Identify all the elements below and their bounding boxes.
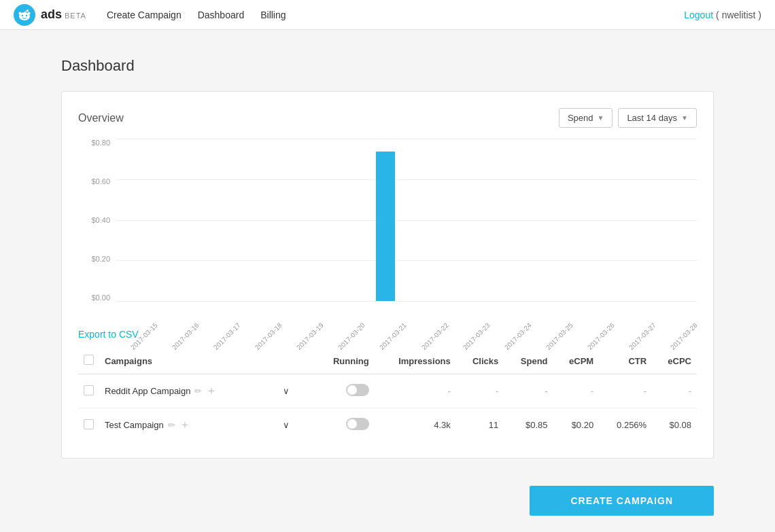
svg-point-7 [27, 10, 29, 12]
th-running: Running [313, 348, 374, 374]
add-icon[interactable]: ＋ [206, 384, 217, 398]
ecpc-cell: - [652, 374, 697, 408]
ecpm-value: $0.20 [572, 420, 594, 430]
username-label: ( nwelitist ) [716, 10, 761, 20]
page-title: Dashboard [61, 57, 714, 75]
row-checkbox-cell [78, 408, 99, 442]
ctr-cell: 0.256% [599, 408, 652, 442]
navbar: reddit ads BETA Create Campaign Dashboar… [0, 0, 775, 30]
spend-cell: $0.85 [504, 408, 553, 442]
ecpc-value: $0.08 [669, 420, 691, 430]
metric-select[interactable]: Spend ▼ [559, 108, 613, 128]
x-axis-label: 2017-03-17 [212, 321, 242, 351]
th-campaigns: Campaigns [99, 348, 259, 374]
running-toggle[interactable] [346, 418, 369, 430]
x-label-wrap: 2017-03-22 [407, 302, 448, 329]
bottom-bar: CREATE CAMPAIGN [61, 472, 714, 529]
x-axis-label: 2017-03-28 [669, 321, 699, 351]
nav-create-campaign[interactable]: Create Campaign [107, 10, 182, 20]
ecpm-cell: - [553, 374, 600, 408]
y-label-3: $0.20 [91, 255, 110, 263]
ctr-cell: - [599, 374, 652, 408]
create-campaign-button[interactable]: CREATE CAMPAIGN [530, 486, 714, 516]
ecpm-value: - [591, 386, 593, 396]
x-label-wrap: 2017-03-28 [655, 302, 697, 329]
campaign-name-text: Test Campaign [105, 420, 164, 430]
row-checkbox[interactable] [84, 419, 94, 429]
svg-point-2 [22, 14, 23, 16]
nav-billing[interactable]: Billing [260, 10, 286, 20]
running-toggle[interactable] [346, 384, 369, 396]
clicks-cell: 11 [456, 408, 504, 442]
th-ecpm: eCPM [553, 348, 600, 374]
th-impressions: Impressions [375, 348, 456, 374]
x-label-wrap: 2017-03-18 [240, 302, 281, 329]
logo-area: reddit ads BETA [14, 4, 86, 26]
select-all-checkbox[interactable] [84, 355, 94, 365]
x-axis-label: 2017-03-18 [254, 321, 283, 351]
x-label-wrap: 2017-03-21 [364, 302, 406, 329]
edit-icon[interactable]: ✏ [194, 386, 202, 396]
x-axis-label: 2017-03-22 [419, 321, 449, 351]
overview-chart: $0.80 $0.60 $0.40 $0.20 $0.00 [78, 139, 697, 329]
x-axis-label: 2017-03-25 [545, 321, 574, 351]
x-label-wrap: 2017-03-26 [572, 302, 614, 329]
add-icon[interactable]: ＋ [179, 418, 190, 432]
x-axis-label: 2017-03-23 [462, 321, 492, 351]
navbar-right: Logout ( nwelitist ) [684, 10, 761, 20]
metric-chevron-icon: ▼ [597, 114, 604, 122]
th-checkbox [78, 348, 99, 374]
x-label-wrap: 2017-03-15 [116, 302, 157, 329]
x-label-wrap: 2017-03-23 [448, 302, 489, 329]
bar-column [407, 139, 448, 301]
nav-dashboard[interactable]: Dashboard [198, 10, 245, 20]
table-header-row: Campaigns Running Impressions Clicks Spe… [78, 348, 697, 374]
impressions-cell: 4.3k [375, 408, 456, 442]
ecpc-value: - [689, 386, 691, 396]
campaign-name-cell: Reddit App Campaign ✏ ＋ [99, 374, 259, 408]
bar-column [240, 139, 281, 301]
x-label-wrap: 2017-03-19 [281, 302, 323, 329]
x-label-wrap: 2017-03-25 [531, 302, 572, 329]
period-select[interactable]: Last 14 days ▼ [618, 108, 697, 128]
x-axis-label: 2017-03-21 [378, 321, 408, 351]
y-label-0: $0.80 [91, 139, 110, 147]
logout-link[interactable]: Logout [684, 10, 713, 20]
spend-value: - [545, 386, 547, 396]
svg-point-5 [19, 12, 22, 14]
row-checkbox-cell [78, 374, 99, 408]
y-label-4: $0.00 [91, 294, 110, 302]
brand-text: ads BETA [41, 7, 86, 22]
overview-title: Overview [78, 112, 124, 124]
clicks-value: 11 [489, 420, 498, 430]
chart-bar [376, 152, 395, 301]
export-csv-link[interactable]: Export to CSV [78, 329, 139, 340]
x-label-wrap: 2017-03-27 [614, 302, 655, 329]
ctr-value: - [644, 386, 647, 396]
reddit-logo-icon: reddit [14, 4, 35, 26]
svg-point-3 [26, 14, 27, 16]
campaigns-table: Campaigns Running Impressions Clicks Spe… [78, 348, 697, 442]
th-spend: Spend [504, 348, 553, 374]
bar-column [655, 139, 697, 301]
x-axis-label: 2017-03-20 [337, 321, 366, 351]
campaign-name-cell: Test Campaign ✏ ＋ [99, 408, 259, 442]
x-axis-label: 2017-03-16 [171, 321, 201, 351]
x-label-wrap: 2017-03-20 [323, 302, 364, 329]
x-label-wrap: 2017-03-16 [157, 302, 199, 329]
y-label-2: $0.40 [91, 216, 110, 224]
dashboard-card: Overview Spend ▼ Last 14 days ▼ $0.80 $0… [61, 91, 714, 459]
table-row: Reddit App Campaign ✏ ＋ ∨ - - - - [78, 374, 697, 408]
bars-area [116, 139, 697, 301]
bar-column [364, 139, 406, 301]
overview-header: Overview Spend ▼ Last 14 days ▼ [78, 108, 697, 128]
edit-icon[interactable]: ✏ [168, 420, 175, 430]
campaign-name-text: Reddit App Campaign [105, 386, 190, 396]
bar-column [281, 139, 323, 301]
expand-cell[interactable]: ∨ [259, 408, 313, 442]
bar-column [323, 139, 364, 301]
spend-value: $0.85 [526, 420, 548, 430]
row-checkbox[interactable] [84, 385, 94, 395]
table-row: Test Campaign ✏ ＋ ∨ 4.3k 11 $0.85 $0.20 [78, 408, 697, 442]
expand-cell[interactable]: ∨ [259, 374, 313, 408]
